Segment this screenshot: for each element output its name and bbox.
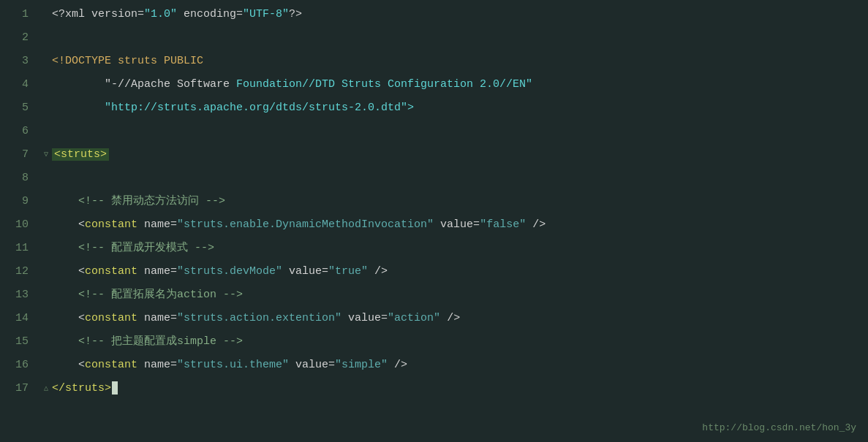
line-content: <!DOCTYPE struts PUBLIC [52,50,868,73]
line-number: 6 [0,120,40,143]
code-token: <!DOCTYPE struts PUBLIC [52,55,203,67]
code-token: ?> [289,8,302,20]
highlight-tag: <struts> [52,148,109,161]
line-content: <?xml version="1.0" encoding="UTF-8"?> [52,3,868,26]
line-number: 1 [0,3,40,26]
line-content [52,120,868,143]
code-token: /> [368,265,388,278]
code-line: 8 [0,167,868,190]
line-content: <constant name="struts.ui.theme" value="… [52,354,868,377]
code-token: constant [85,359,137,371]
text-cursor [112,381,118,395]
line-number: 9 [0,190,40,213]
code-token: /> [526,218,546,231]
code-token: constant [85,312,137,324]
code-line: 17△</struts> [0,377,868,400]
code-token: <!-- [52,242,111,254]
line-content [52,26,868,50]
code-token: "1.0" [144,8,177,20]
code-token: /> [440,312,460,324]
line-number: 12 [0,260,40,283]
code-token: < [52,265,85,278]
code-token: 配置成开发模式 [111,242,188,254]
code-token: value= [289,359,335,371]
code-token: --> [199,195,225,207]
line-content: <!-- 禁用动态方法访问 --> [52,190,868,213]
line-number: 13 [0,283,40,307]
code-token: name= [137,359,177,371]
fold-icon[interactable]: ▽ [40,143,52,167]
code-token: value= [282,265,328,278]
line-number: 15 [0,330,40,354]
code-token: Foundation//DTD Struts Configuration 2.0… [230,78,532,91]
code-token: "UTF-8" [243,8,289,20]
code-token: "struts.ui.theme" [177,359,289,371]
line-content: <constant name="struts.devMode" value="t… [52,260,868,283]
code-token: "-//Apache [52,78,177,91]
code-token: 把主题配置成simple [111,335,216,348]
code-token: value= [434,218,480,231]
line-content: <struts> [52,143,868,167]
line-content: </struts> [52,377,868,400]
line-content: <constant name="struts.enable.DynamicMet… [52,213,868,237]
code-token: "false" [480,218,526,231]
code-line: 12 <constant name="struts.devMode" value… [0,260,868,283]
code-token: "http://struts.apache.org/dtds/struts-2.… [52,102,414,114]
code-token: "action" [388,312,440,324]
fold-icon[interactable]: △ [40,377,52,400]
code-token: --> [216,335,243,348]
line-number: 14 [0,307,40,330]
line-content [52,167,868,190]
code-token: <!-- [52,195,111,207]
line-content: <!-- 配置拓展名为action --> [52,283,868,307]
code-line: 2 [0,26,868,50]
code-line: 15 <!-- 把主题配置成simple --> [0,330,868,354]
code-token: <!-- [52,335,111,348]
line-number: 10 [0,213,40,237]
code-line: 10 <constant name="struts.enable.Dynamic… [0,213,868,237]
code-line: 3<!DOCTYPE struts PUBLIC [0,50,868,73]
watermark: http://blog.csdn.net/hon_3y [702,422,856,433]
line-number: 2 [0,26,40,50]
code-line: 9 <!-- 禁用动态方法访问 --> [0,190,868,213]
code-token: "struts.enable.DynamicMethodInvocation" [177,218,434,231]
code-token: <!-- [52,289,111,301]
code-token: --> [216,289,243,301]
code-line: 1<?xml version="1.0" encoding="UTF-8"?> [0,3,868,26]
code-token: "struts.action.extention" [177,312,341,324]
code-token: 禁用动态方法访问 [111,195,199,207]
code-token: name= [137,218,177,231]
code-token: Software [177,78,230,91]
code-line: 16 <constant name="struts.ui.theme" valu… [0,354,868,377]
code-token: name= [137,265,177,278]
line-number: 7 [0,143,40,167]
line-number: 16 [0,354,40,377]
code-token: "true" [328,265,368,278]
line-content: <constant name="struts.action.extention"… [52,307,868,330]
code-token: --> [188,242,214,254]
line-number: 8 [0,167,40,190]
line-number: 3 [0,50,40,73]
code-content: 1<?xml version="1.0" encoding="UTF-8"?>2… [0,0,868,442]
line-content: <!-- 配置成开发模式 --> [52,237,868,260]
code-token: "simple" [335,359,388,371]
code-token: value= [341,312,388,324]
line-number: 11 [0,237,40,260]
line-number: 4 [0,73,40,96]
code-token: </struts> [52,382,111,395]
code-line: 5 "http://struts.apache.org/dtds/struts-… [0,96,868,120]
code-token: 配置拓展名为action [111,289,216,301]
code-line: 6 [0,120,868,143]
code-token: <?xml version= [52,8,144,20]
code-line: 7▽<struts> [0,143,868,167]
line-content: "http://struts.apache.org/dtds/struts-2.… [52,96,868,120]
line-content: "-//Apache Software Foundation//DTD Stru… [52,73,868,96]
code-line: 11 <!-- 配置成开发模式 --> [0,237,868,260]
code-token: < [52,359,85,371]
line-number: 17 [0,377,40,400]
code-line: 14 <constant name="struts.action.extenti… [0,307,868,330]
code-token: name= [137,312,177,324]
code-line: 4 "-//Apache Software Foundation//DTD St… [0,73,868,96]
code-token: constant [85,265,137,278]
code-token: < [52,218,85,231]
